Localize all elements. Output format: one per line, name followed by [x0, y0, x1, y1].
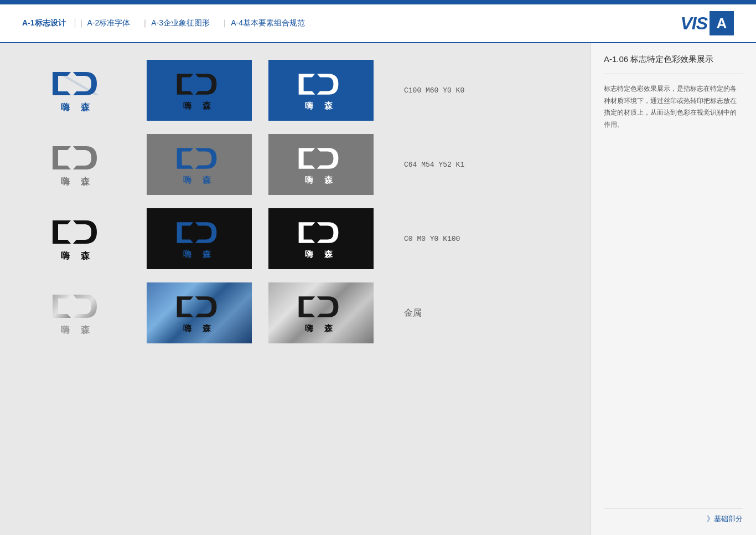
color-label-3: C0 M0 Y0 K100	[404, 235, 504, 243]
sidebar: A-1.06 标志特定色彩效果展示 标志特定色彩效果展示，是指标志在特定的各种材…	[590, 43, 756, 535]
logo-row-3: 嗨 森 嗨 森	[22, 208, 568, 269]
nav-a3[interactable]: A-3企业象征图形	[151, 18, 219, 28]
logo-box-4-3: 嗨 森	[268, 282, 374, 343]
logo-cell-4-1: 嗨 森	[22, 286, 133, 341]
color-label-2: C64 M54 Y52 K1	[404, 161, 504, 169]
logo-cell-3-1: 嗨 森	[22, 212, 133, 266]
top-bar	[0, 0, 756, 4]
logo-cell-3-2: 嗨 森	[144, 208, 255, 269]
logo-cell-2-2: 嗨 森	[144, 134, 255, 195]
logo-cell-2-1: 嗨 森	[22, 137, 133, 192]
logo-cell-2-3: 嗨 森	[266, 134, 376, 195]
logo-box-2-2: 嗨 森	[147, 134, 252, 195]
color-label-4: 金属	[404, 307, 504, 319]
logo-cell-3-3: 嗨 森	[266, 208, 376, 269]
logo-rows: 嗨 森 嗨 森	[22, 60, 568, 343]
logo-box-3-3: 嗨 森	[268, 208, 374, 269]
logo-icon-1-2	[174, 70, 224, 99]
logo-row-2: 嗨 森 嗨 森	[22, 134, 568, 195]
brand-text-1-1: 嗨 森	[61, 102, 94, 114]
brand-text-2-2: 嗨 森	[183, 175, 215, 186]
logo-cell-1-2: 嗨 森	[144, 60, 255, 121]
nav-links: A-1标志设计 ｜ A-2标准字体 ｜ A-3企业象征图形 ｜ A-4基本要素组…	[22, 18, 314, 28]
logo-cell-1-3: 嗨 森	[266, 60, 376, 121]
logo-row-4: 嗨 森 嗨 森	[22, 282, 568, 343]
brand-text-2-3: 嗨 森	[305, 175, 337, 186]
nav-a4[interactable]: A-4基本要素组合规范	[231, 18, 314, 28]
brand-text-2-1: 嗨 森	[61, 176, 94, 188]
logo-icon-1-1	[50, 68, 105, 100]
nav-a2[interactable]: A-2标准字体	[87, 18, 139, 28]
logo-icon-2-3	[296, 144, 346, 173]
logo-box-1-3: 嗨 森	[268, 60, 374, 121]
visa-logo: VIS A	[680, 11, 734, 35]
logo-box-1-2: 嗨 森	[147, 60, 252, 121]
visa-text: VIS	[680, 13, 707, 34]
visa-box: A	[710, 11, 734, 35]
brand-text-3-2: 嗨 森	[183, 249, 215, 260]
logo-plain-blue: 嗨 森	[45, 63, 110, 118]
nav-a1[interactable]: A-1标志设计	[22, 18, 75, 28]
main-area: 嗨 森 嗨 森	[0, 43, 590, 535]
logo-icon-1-3	[296, 70, 346, 99]
logo-cell-4-2: 嗨 森	[144, 282, 255, 343]
sidebar-title: A-1.06 标志特定色彩效果展示	[604, 54, 743, 74]
logo-box-3-2: 嗨 森	[147, 208, 252, 269]
logo-icon-4-1	[50, 290, 105, 322]
logo-box-2-3: 嗨 森	[268, 134, 374, 195]
brand-text-3-1: 嗨 森	[61, 250, 94, 262]
logo-box-4-2: 嗨 森	[147, 282, 252, 343]
logo-cell-1-1: 嗨 森	[22, 63, 133, 118]
logo-plain-metal: 嗨 森	[45, 286, 110, 341]
logo-plain-gray: 嗨 森	[45, 137, 110, 192]
brand-text-3-3: 嗨 森	[305, 249, 337, 260]
logo-icon-4-2	[174, 292, 224, 321]
brand-text-1-2: 嗨 森	[183, 101, 215, 111]
logo-icon-2-1	[50, 142, 105, 174]
brand-text-4-3: 嗨 森	[305, 323, 337, 334]
logo-row-1: 嗨 森 嗨 森	[22, 60, 568, 121]
logo-cell-4-3: 嗨 森	[266, 282, 376, 343]
logo-icon-3-3	[296, 218, 346, 247]
brand-text-4-1: 嗨 森	[61, 325, 94, 336]
content: 嗨 森 嗨 森	[0, 43, 756, 535]
sidebar-description: 标志特定色彩效果展示，是指标志在特定的各种材质环境下，通过丝印或热转印把标志放在…	[604, 83, 743, 131]
visa-box-letter: A	[717, 15, 727, 32]
logo-plain-black: 嗨 森	[45, 212, 110, 266]
logo-icon-3-2	[174, 218, 224, 247]
brand-text-4-2: 嗨 森	[183, 323, 215, 334]
logo-icon-3-1	[50, 216, 105, 248]
color-label-1: C100 M60 Y0 K0	[404, 86, 504, 95]
header: A-1标志设计 ｜ A-2标准字体 ｜ A-3企业象征图形 ｜ A-4基本要素组…	[0, 4, 756, 43]
logo-icon-2-2	[174, 144, 224, 173]
logo-icon-4-3	[296, 292, 346, 321]
brand-text-1-3: 嗨 森	[305, 101, 337, 111]
sidebar-footer: 》基础部分	[604, 508, 743, 524]
